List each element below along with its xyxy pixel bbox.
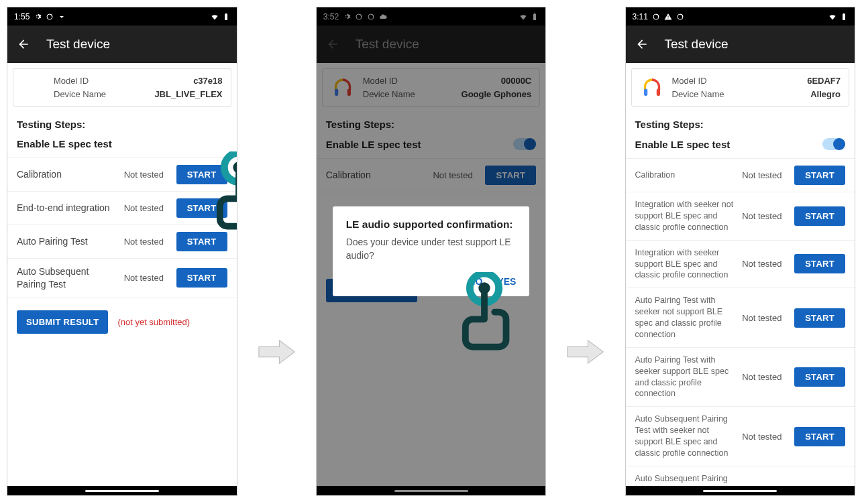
- model-id-label: Model ID: [672, 74, 707, 88]
- download-icon: [58, 13, 66, 21]
- start-button[interactable]: START: [794, 254, 845, 273]
- model-id-value: c37e18: [193, 74, 222, 88]
- device-name-value: JBL_LIVE_FLEX: [154, 88, 222, 101]
- phone-screen-2: 3:52 Test device Model ID00000C Device N…: [316, 7, 547, 496]
- nav-pill-icon: [703, 490, 777, 492]
- test-row: End-to-end integrationNot testedSTART: [7, 192, 237, 225]
- test-status: Not tested: [124, 203, 171, 213]
- test-status: Not tested: [124, 237, 171, 247]
- appbar-title: Test device: [46, 37, 110, 52]
- test-label: Calibration: [17, 168, 119, 181]
- not-submitted-label: (not yet submitted): [117, 317, 190, 327]
- app-bar: Test device: [626, 25, 855, 63]
- test-label: Integration with seeker support BLE spec…: [635, 247, 737, 281]
- test-status: Not tested: [742, 372, 789, 382]
- phone-screen-3: 3:11 Test device Model ID6EDAF7 Device N…: [625, 7, 856, 496]
- test-status: Not tested: [742, 211, 789, 221]
- test-status: Not tested: [124, 170, 171, 180]
- start-button[interactable]: START: [794, 367, 845, 387]
- back-icon[interactable]: [635, 38, 649, 51]
- dialog-overlay[interactable]: LE audio supported confirmation: Does yo…: [317, 7, 546, 495]
- test-label: Auto Pairing Test: [17, 235, 119, 248]
- test-label: Integration with seeker not support BLE …: [635, 199, 737, 233]
- test-row: Auto Subsequent Pairing TestNot testedST…: [7, 259, 237, 298]
- test-label: Calibration: [635, 170, 737, 181]
- dialog-no-button[interactable]: NO: [468, 276, 482, 287]
- test-label: Auto Pairing Test with seeker not suppor…: [635, 295, 737, 340]
- circle-icon: [46, 13, 54, 21]
- start-button[interactable]: START: [794, 308, 845, 328]
- test-row: Auto Pairing TestNot testedSTART: [7, 225, 237, 259]
- warning-icon: [664, 13, 672, 21]
- test-label: Auto Pairing Test with seeker support BL…: [635, 355, 737, 400]
- enable-le-label: Enable LE spec test: [635, 139, 731, 150]
- test-row: Integration with seeker support BLE spec…: [626, 241, 855, 289]
- back-icon[interactable]: [17, 38, 30, 51]
- device-card: Model ID6EDAF7 Device NameAllegro: [631, 68, 850, 107]
- dialog-yes-button[interactable]: YES: [497, 276, 516, 287]
- start-button[interactable]: START: [176, 165, 227, 184]
- submit-result-button[interactable]: SUBMIT RESULT: [17, 310, 108, 334]
- enable-le-label: Enable LE spec test: [17, 138, 112, 149]
- test-label: Auto Subsequent Pairing Test: [17, 265, 119, 291]
- flow-arrow-icon: [258, 338, 296, 365]
- nav-pill-icon: [85, 490, 159, 492]
- status-time: 1:55: [14, 12, 30, 21]
- test-row: Auto Pairing Test with seeker not suppor…: [626, 288, 855, 348]
- model-id-label: Model ID: [54, 74, 89, 88]
- battery-icon: [840, 13, 848, 21]
- test-label: Auto Subsequent Pairing Test with seeker…: [635, 414, 737, 459]
- test-row: Auto Pairing Test with seeker support BL…: [626, 348, 855, 407]
- status-time: 3:11: [633, 12, 648, 21]
- gear-icon: [34, 13, 42, 21]
- test-status: Not tested: [742, 313, 789, 323]
- device-card: Model IDc37e18 Device NameJBL_LIVE_FLEX: [13, 68, 231, 107]
- circle-icon: [652, 13, 660, 21]
- testing-steps-heading: Testing Steps:: [626, 112, 855, 134]
- enable-le-toggle[interactable]: [822, 138, 845, 150]
- test-row: Auto Subsequent Pairing Test with seeker…: [626, 407, 855, 466]
- dialog-text: Does your device under test support LE a…: [346, 236, 517, 262]
- battery-icon: [222, 13, 230, 21]
- device-name-label: Device Name: [672, 88, 724, 101]
- wifi-icon: [211, 13, 219, 21]
- phone-screen-1: 1:55 Test device Model IDc37e18 Device N…: [7, 7, 237, 496]
- wifi-icon: [828, 13, 837, 21]
- headphone-icon: [640, 76, 664, 100]
- nav-bar: [7, 486, 237, 495]
- testing-steps-heading: Testing Steps:: [7, 112, 237, 134]
- test-row: CalibrationNot testedSTART: [7, 158, 237, 192]
- nav-bar: [626, 486, 855, 495]
- test-status: Not tested: [742, 259, 789, 269]
- app-bar: Test device: [7, 25, 237, 63]
- device-name-label: Device Name: [54, 88, 106, 101]
- start-button[interactable]: START: [176, 198, 227, 218]
- shield-icon: [676, 13, 684, 21]
- status-bar: 1:55: [7, 7, 237, 25]
- start-button[interactable]: START: [794, 166, 845, 185]
- test-status: Not tested: [742, 432, 789, 442]
- test-status: Not tested: [742, 170, 789, 180]
- start-button[interactable]: START: [176, 232, 227, 251]
- status-bar: 3:11: [626, 7, 855, 25]
- test-row: Integration with seeker not support BLE …: [626, 192, 855, 241]
- start-button[interactable]: START: [794, 427, 845, 446]
- dialog-title: LE audio supported confirmation:: [346, 218, 517, 231]
- model-id-value: 6EDAF7: [807, 74, 841, 88]
- device-name-value: Allegro: [810, 88, 841, 101]
- flow-arrow-icon: [566, 338, 604, 365]
- le-audio-dialog: LE audio supported confirmation: Does yo…: [333, 206, 530, 296]
- appbar-title: Test device: [665, 37, 729, 52]
- test-status: Not tested: [124, 273, 171, 283]
- test-row: CalibrationNot testedSTART: [626, 158, 855, 192]
- start-button[interactable]: START: [176, 268, 227, 288]
- test-label: End-to-end integration: [17, 202, 119, 214]
- start-button[interactable]: START: [794, 206, 845, 226]
